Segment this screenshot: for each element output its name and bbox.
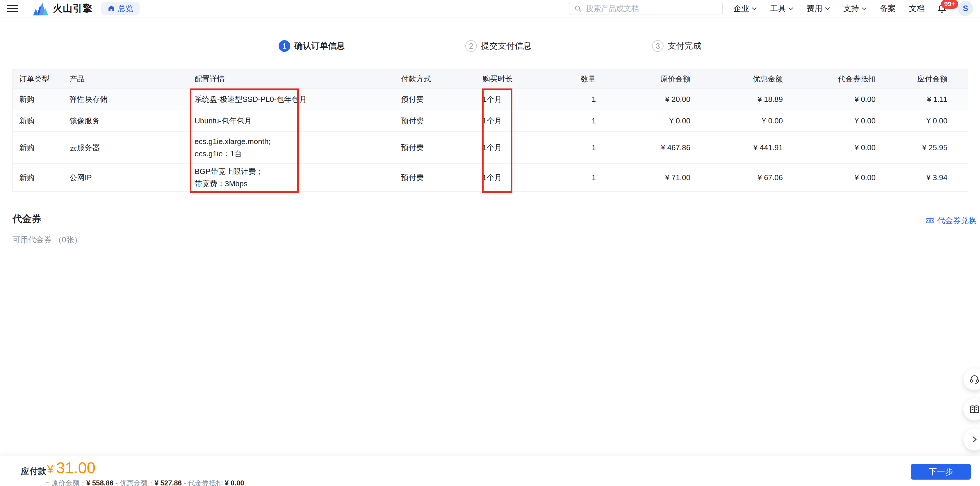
- step-number: 3: [652, 40, 663, 52]
- chevron-down-icon: [752, 7, 757, 10]
- volcengine-logo-icon[interactable]: [33, 1, 49, 16]
- voucher-section-title: 代金券: [13, 212, 41, 226]
- table-row: 新购 公网IP BGP带宽上限计费； 带宽费：3Mbps 预付费 1个月 1 ¥…: [13, 163, 968, 191]
- cell-product: 弹性块存储: [70, 94, 194, 105]
- col-duration: 购买时长: [482, 74, 552, 84]
- step-connector: [538, 46, 646, 46]
- hamburger-menu-icon[interactable]: [7, 5, 18, 12]
- step-number: 2: [465, 40, 477, 52]
- cell-payment-method: 预付费: [401, 143, 482, 153]
- coupon-icon: [926, 216, 934, 225]
- cell-product: 镜像服务: [70, 116, 194, 126]
- cell-original-amount: ¥ 467.86: [596, 143, 690, 152]
- voucher-redeem-label: 代金券兑换: [937, 215, 977, 226]
- menu-item-tools[interactable]: 工具: [770, 3, 793, 14]
- notification-bell-icon[interactable]: 99+: [937, 3, 947, 13]
- documentation-button[interactable]: [963, 398, 980, 421]
- step-label: 确认订单信息: [294, 40, 345, 52]
- cell-discount-amount: ¥ 0.00: [690, 116, 783, 126]
- next-step-button[interactable]: 下一步: [911, 464, 971, 480]
- cell-discount-amount: ¥ 441.91: [690, 143, 783, 152]
- search-icon: [574, 5, 582, 13]
- cell-config-details: Ubuntu-包年包月: [194, 115, 401, 127]
- menu-item-enterprise[interactable]: 企业: [733, 3, 757, 14]
- step-connector: [351, 46, 459, 46]
- currency-symbol: ¥: [47, 463, 53, 476]
- voucher-redeem-link[interactable]: 代金券兑换: [926, 215, 977, 226]
- cell-discount-amount: ¥ 67.06: [690, 173, 783, 182]
- cell-config-details: ecs.g1ie.xlarge.month; ecs.g1ie：1台: [194, 135, 401, 160]
- col-voucher-deduction: 代金券抵扣: [783, 74, 876, 84]
- customer-service-button[interactable]: [963, 368, 980, 390]
- cell-voucher-deduction: ¥ 0.00: [783, 95, 876, 104]
- total-amount-value: 31.00: [56, 459, 95, 477]
- payable-label: 应付款: [21, 465, 46, 477]
- cell-original-amount: ¥ 0.00: [596, 116, 690, 126]
- cell-quantity: 1: [552, 173, 596, 182]
- table-row: 新购 云服务器 ecs.g1ie.xlarge.month; ecs.g1ie：…: [13, 131, 968, 163]
- cell-duration: 1个月: [482, 172, 552, 183]
- voucher-available-text: 可用代金券 （0张）: [13, 234, 82, 245]
- total-payable-amount: ¥ 31.00: [47, 459, 95, 477]
- search-input[interactable]: [585, 4, 718, 13]
- chevron-down-icon: [788, 7, 793, 10]
- cell-order-type: 新购: [13, 143, 70, 153]
- col-product: 产品: [70, 74, 194, 84]
- step-label: 提交支付信息: [481, 40, 531, 52]
- cell-order-type: 新购: [13, 172, 70, 183]
- col-payment-method: 付款方式: [401, 74, 482, 84]
- cell-voucher-deduction: ¥ 0.00: [783, 143, 876, 152]
- cell-original-amount: ¥ 71.00: [596, 173, 690, 182]
- home-icon: [108, 5, 115, 12]
- col-original-amount: 原价金额: [596, 74, 690, 84]
- notification-count-badge: 99+: [941, 0, 958, 9]
- order-table: 订单类型 产品 配置详情 付款方式 购买时长 数量 原价金额 优惠金额 代金券抵…: [12, 69, 968, 192]
- price-breakdown: = 原价金额：¥ 558.86 - 优惠金额：¥ 527.86 - 代金券抵扣 …: [45, 478, 244, 486]
- table-row: 新购 弹性块存储 系统盘-极速型SSD-PL0-包年包月 预付费 1个月 1 ¥…: [13, 88, 968, 110]
- step-confirm-order: 1 确认订单信息: [278, 40, 345, 52]
- cell-product: 公网IP: [70, 172, 194, 183]
- search-box[interactable]: [569, 2, 723, 15]
- cell-quantity: 1: [552, 95, 596, 104]
- cell-payment-method: 预付费: [401, 172, 482, 183]
- cell-original-amount: ¥ 20.00: [596, 95, 690, 104]
- headset-icon: [969, 374, 980, 384]
- menu-item-support[interactable]: 支持: [843, 3, 867, 14]
- top-navigation-bar: 火山引擎 总览 企业 工具: [0, 0, 980, 18]
- step-submit-payment: 2 提交支付信息: [465, 40, 531, 52]
- cell-payment-method: 预付费: [401, 116, 482, 126]
- col-config-details: 配置详情: [194, 74, 401, 84]
- chevron-down-icon: [825, 7, 830, 10]
- overview-tab[interactable]: 总览: [101, 2, 140, 15]
- cell-order-type: 新购: [13, 94, 70, 105]
- overview-tab-label: 总览: [118, 3, 133, 14]
- open-book-icon: [969, 404, 980, 415]
- cell-payable-amount: ¥ 3.94: [876, 173, 968, 182]
- cell-duration: 1个月: [482, 143, 552, 153]
- table-row: 新购 镜像服务 Ubuntu-包年包月 预付费 1个月 1 ¥ 0.00 ¥ 0…: [13, 110, 968, 131]
- menu-item-icp[interactable]: 备案: [880, 3, 896, 14]
- cell-payable-amount: ¥ 25.95: [876, 143, 968, 152]
- cell-duration: 1个月: [482, 116, 552, 126]
- checkout-footer-bar: 应付款 ¥ 31.00 = 原价金额：¥ 558.86 - 优惠金额：¥ 527…: [0, 456, 980, 486]
- cell-payable-amount: ¥ 0.00: [876, 116, 968, 126]
- main-menu: 企业 工具 费用 支持: [733, 3, 925, 14]
- step-label: 支付完成: [668, 40, 702, 52]
- cell-duration: 1个月: [482, 94, 552, 105]
- cell-config-details: BGP带宽上限计费； 带宽费：3Mbps: [194, 165, 401, 190]
- chevron-right-icon: [971, 436, 978, 443]
- cell-discount-amount: ¥ 18.89: [690, 95, 783, 104]
- brand-title: 火山引擎: [53, 2, 92, 15]
- step-number: 1: [278, 40, 290, 52]
- cell-payable-amount: ¥ 1.11: [876, 95, 968, 104]
- col-discount-amount: 优惠金额: [690, 74, 783, 84]
- order-confirmation-page: 火山引擎 总览 企业 工具: [0, 0, 980, 486]
- step-payment-complete: 3 支付完成: [652, 40, 702, 52]
- chevron-down-icon: [862, 7, 867, 10]
- user-avatar[interactable]: S: [958, 1, 973, 16]
- menu-item-billing[interactable]: 费用: [807, 3, 830, 14]
- cell-product: 云服务器: [70, 143, 194, 153]
- menu-item-docs[interactable]: 文档: [909, 3, 925, 14]
- expand-panel-button[interactable]: [963, 429, 980, 451]
- col-quantity: 数量: [552, 74, 596, 84]
